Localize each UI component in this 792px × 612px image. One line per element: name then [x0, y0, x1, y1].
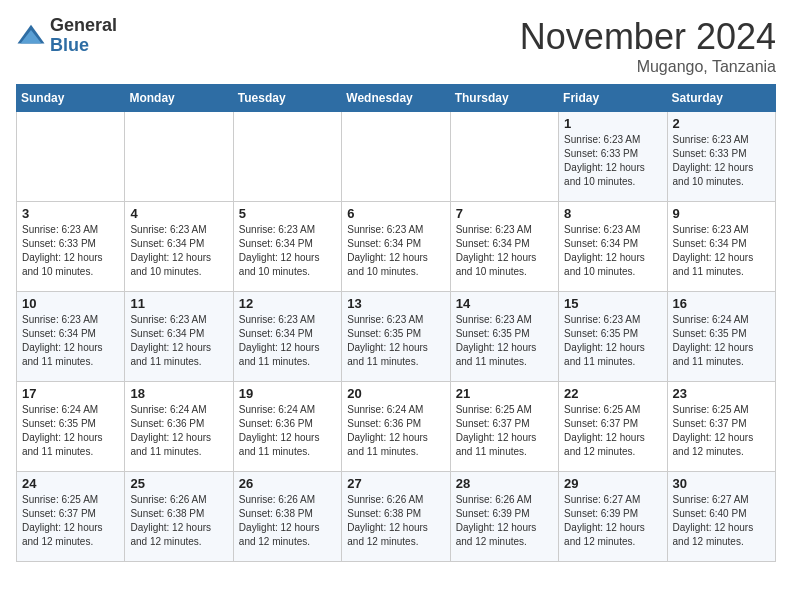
day-info: Sunrise: 6:26 AM Sunset: 6:38 PM Dayligh…	[347, 493, 444, 549]
day-info: Sunrise: 6:27 AM Sunset: 6:40 PM Dayligh…	[673, 493, 770, 549]
day-info: Sunrise: 6:23 AM Sunset: 6:33 PM Dayligh…	[22, 223, 119, 279]
calendar-cell: 22Sunrise: 6:25 AM Sunset: 6:37 PM Dayli…	[559, 382, 667, 472]
day-number: 30	[673, 476, 770, 491]
calendar-cell: 25Sunrise: 6:26 AM Sunset: 6:38 PM Dayli…	[125, 472, 233, 562]
day-number: 29	[564, 476, 661, 491]
calendar-cell	[17, 112, 125, 202]
day-info: Sunrise: 6:23 AM Sunset: 6:35 PM Dayligh…	[456, 313, 553, 369]
day-number: 19	[239, 386, 336, 401]
day-info: Sunrise: 6:23 AM Sunset: 6:34 PM Dayligh…	[347, 223, 444, 279]
day-number: 10	[22, 296, 119, 311]
calendar-cell	[125, 112, 233, 202]
day-number: 21	[456, 386, 553, 401]
day-number: 15	[564, 296, 661, 311]
calendar-cell: 15Sunrise: 6:23 AM Sunset: 6:35 PM Dayli…	[559, 292, 667, 382]
day-info: Sunrise: 6:24 AM Sunset: 6:36 PM Dayligh…	[347, 403, 444, 459]
day-number: 12	[239, 296, 336, 311]
day-info: Sunrise: 6:26 AM Sunset: 6:38 PM Dayligh…	[239, 493, 336, 549]
day-info: Sunrise: 6:23 AM Sunset: 6:34 PM Dayligh…	[456, 223, 553, 279]
calendar-cell: 11Sunrise: 6:23 AM Sunset: 6:34 PM Dayli…	[125, 292, 233, 382]
weekday-header: Thursday	[450, 85, 558, 112]
day-number: 1	[564, 116, 661, 131]
calendar-cell: 5Sunrise: 6:23 AM Sunset: 6:34 PM Daylig…	[233, 202, 341, 292]
day-info: Sunrise: 6:26 AM Sunset: 6:39 PM Dayligh…	[456, 493, 553, 549]
weekday-header: Sunday	[17, 85, 125, 112]
day-info: Sunrise: 6:23 AM Sunset: 6:33 PM Dayligh…	[673, 133, 770, 189]
calendar-cell: 14Sunrise: 6:23 AM Sunset: 6:35 PM Dayli…	[450, 292, 558, 382]
location: Mugango, Tanzania	[520, 58, 776, 76]
calendar-cell: 4Sunrise: 6:23 AM Sunset: 6:34 PM Daylig…	[125, 202, 233, 292]
day-info: Sunrise: 6:24 AM Sunset: 6:35 PM Dayligh…	[673, 313, 770, 369]
calendar-cell: 28Sunrise: 6:26 AM Sunset: 6:39 PM Dayli…	[450, 472, 558, 562]
day-info: Sunrise: 6:23 AM Sunset: 6:34 PM Dayligh…	[673, 223, 770, 279]
calendar-cell: 13Sunrise: 6:23 AM Sunset: 6:35 PM Dayli…	[342, 292, 450, 382]
day-number: 13	[347, 296, 444, 311]
calendar-cell	[233, 112, 341, 202]
day-info: Sunrise: 6:27 AM Sunset: 6:39 PM Dayligh…	[564, 493, 661, 549]
weekday-header: Friday	[559, 85, 667, 112]
day-info: Sunrise: 6:23 AM Sunset: 6:34 PM Dayligh…	[239, 313, 336, 369]
day-number: 9	[673, 206, 770, 221]
day-number: 23	[673, 386, 770, 401]
day-number: 4	[130, 206, 227, 221]
calendar-cell: 3Sunrise: 6:23 AM Sunset: 6:33 PM Daylig…	[17, 202, 125, 292]
day-number: 25	[130, 476, 227, 491]
day-info: Sunrise: 6:24 AM Sunset: 6:36 PM Dayligh…	[239, 403, 336, 459]
weekday-header: Wednesday	[342, 85, 450, 112]
day-number: 6	[347, 206, 444, 221]
day-info: Sunrise: 6:23 AM Sunset: 6:35 PM Dayligh…	[347, 313, 444, 369]
logo: General Blue	[16, 16, 117, 56]
calendar-cell: 20Sunrise: 6:24 AM Sunset: 6:36 PM Dayli…	[342, 382, 450, 472]
day-info: Sunrise: 6:23 AM Sunset: 6:35 PM Dayligh…	[564, 313, 661, 369]
calendar-cell: 24Sunrise: 6:25 AM Sunset: 6:37 PM Dayli…	[17, 472, 125, 562]
day-info: Sunrise: 6:23 AM Sunset: 6:34 PM Dayligh…	[22, 313, 119, 369]
day-number: 11	[130, 296, 227, 311]
calendar-table: SundayMondayTuesdayWednesdayThursdayFrid…	[16, 84, 776, 562]
day-number: 22	[564, 386, 661, 401]
calendar-cell: 21Sunrise: 6:25 AM Sunset: 6:37 PM Dayli…	[450, 382, 558, 472]
calendar-cell: 10Sunrise: 6:23 AM Sunset: 6:34 PM Dayli…	[17, 292, 125, 382]
day-info: Sunrise: 6:23 AM Sunset: 6:33 PM Dayligh…	[564, 133, 661, 189]
day-number: 3	[22, 206, 119, 221]
day-info: Sunrise: 6:23 AM Sunset: 6:34 PM Dayligh…	[130, 223, 227, 279]
calendar-cell: 9Sunrise: 6:23 AM Sunset: 6:34 PM Daylig…	[667, 202, 775, 292]
calendar-cell: 8Sunrise: 6:23 AM Sunset: 6:34 PM Daylig…	[559, 202, 667, 292]
logo-icon	[16, 21, 46, 51]
day-info: Sunrise: 6:23 AM Sunset: 6:34 PM Dayligh…	[239, 223, 336, 279]
calendar-header-row: SundayMondayTuesdayWednesdayThursdayFrid…	[17, 85, 776, 112]
day-info: Sunrise: 6:26 AM Sunset: 6:38 PM Dayligh…	[130, 493, 227, 549]
day-number: 8	[564, 206, 661, 221]
calendar-cell: 27Sunrise: 6:26 AM Sunset: 6:38 PM Dayli…	[342, 472, 450, 562]
calendar-cell: 16Sunrise: 6:24 AM Sunset: 6:35 PM Dayli…	[667, 292, 775, 382]
calendar-cell: 23Sunrise: 6:25 AM Sunset: 6:37 PM Dayli…	[667, 382, 775, 472]
calendar-cell: 7Sunrise: 6:23 AM Sunset: 6:34 PM Daylig…	[450, 202, 558, 292]
day-number: 18	[130, 386, 227, 401]
calendar-cell: 17Sunrise: 6:24 AM Sunset: 6:35 PM Dayli…	[17, 382, 125, 472]
logo-text: General Blue	[50, 16, 117, 56]
month-title: November 2024	[520, 16, 776, 58]
calendar-cell: 30Sunrise: 6:27 AM Sunset: 6:40 PM Dayli…	[667, 472, 775, 562]
day-number: 7	[456, 206, 553, 221]
day-number: 27	[347, 476, 444, 491]
day-info: Sunrise: 6:23 AM Sunset: 6:34 PM Dayligh…	[130, 313, 227, 369]
day-number: 14	[456, 296, 553, 311]
day-info: Sunrise: 6:23 AM Sunset: 6:34 PM Dayligh…	[564, 223, 661, 279]
calendar-cell: 12Sunrise: 6:23 AM Sunset: 6:34 PM Dayli…	[233, 292, 341, 382]
calendar-cell: 19Sunrise: 6:24 AM Sunset: 6:36 PM Dayli…	[233, 382, 341, 472]
day-number: 17	[22, 386, 119, 401]
weekday-header: Saturday	[667, 85, 775, 112]
day-info: Sunrise: 6:24 AM Sunset: 6:36 PM Dayligh…	[130, 403, 227, 459]
day-number: 26	[239, 476, 336, 491]
weekday-header: Tuesday	[233, 85, 341, 112]
day-number: 28	[456, 476, 553, 491]
day-number: 16	[673, 296, 770, 311]
calendar-week-row: 24Sunrise: 6:25 AM Sunset: 6:37 PM Dayli…	[17, 472, 776, 562]
calendar-week-row: 10Sunrise: 6:23 AM Sunset: 6:34 PM Dayli…	[17, 292, 776, 382]
calendar-cell	[450, 112, 558, 202]
title-block: November 2024 Mugango, Tanzania	[520, 16, 776, 76]
calendar-week-row: 3Sunrise: 6:23 AM Sunset: 6:33 PM Daylig…	[17, 202, 776, 292]
weekday-header: Monday	[125, 85, 233, 112]
calendar-cell	[342, 112, 450, 202]
day-info: Sunrise: 6:24 AM Sunset: 6:35 PM Dayligh…	[22, 403, 119, 459]
day-info: Sunrise: 6:25 AM Sunset: 6:37 PM Dayligh…	[564, 403, 661, 459]
